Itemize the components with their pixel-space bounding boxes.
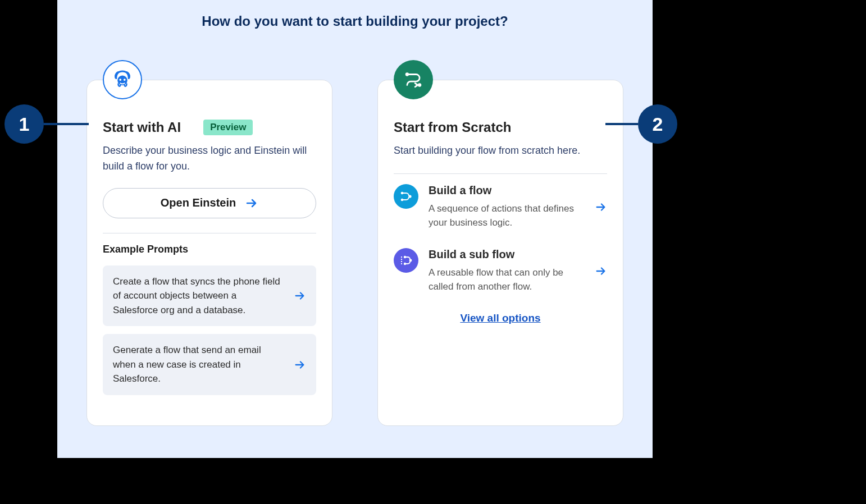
einstein-icon [103, 60, 142, 99]
cards-row: Start with AI Preview Describe your busi… [80, 80, 630, 426]
option-title: Build a sub flow [429, 248, 585, 261]
divider [394, 173, 607, 174]
example-prompt-item[interactable]: Create a flow that syncs the phone field… [103, 265, 316, 327]
project-start-panel: How do you want to start building your p… [57, 0, 653, 458]
svg-point-6 [401, 199, 404, 201]
svg-point-1 [119, 79, 121, 81]
start-from-scratch-card: Start from Scratch Start building your f… [377, 80, 623, 426]
divider [103, 233, 316, 233]
view-all-options-link[interactable]: View all options [394, 312, 607, 324]
scratch-card-description: Start building your flow from scratch he… [394, 143, 607, 159]
svg-point-10 [409, 259, 412, 262]
page-title: How do you want to start building your p… [80, 13, 630, 29]
option-title: Build a flow [429, 184, 585, 197]
ai-card-description: Describe your business logic and Einstei… [103, 143, 316, 175]
ai-card-title: Start with AI [103, 120, 181, 135]
arrow-right-icon [245, 196, 258, 210]
open-einstein-label: Open Einstein [161, 196, 236, 209]
option-body: Build a flow A sequence of actions that … [429, 184, 585, 230]
option-description: A reusable flow that can only be called … [429, 265, 585, 294]
svg-point-5 [401, 192, 404, 195]
arrow-right-icon [294, 359, 306, 371]
option-body: Build a sub flow A reusable flow that ca… [429, 248, 585, 294]
arrow-right-icon [595, 201, 607, 213]
arrow-right-icon [294, 290, 306, 302]
example-prompts-header: Example Prompts [103, 244, 316, 255]
option-description: A sequence of actions that defines your … [429, 201, 585, 230]
build-subflow-option[interactable]: Build a sub flow A reusable flow that ca… [394, 248, 607, 294]
annotation-line-2 [605, 123, 638, 125]
open-einstein-button[interactable]: Open Einstein [103, 188, 316, 218]
example-prompt-item[interactable]: Generate a flow that send an email when … [103, 334, 316, 395]
scratch-card-header: Start from Scratch [394, 120, 607, 135]
path-icon [394, 60, 433, 99]
ai-card-header: Start with AI Preview [103, 120, 316, 135]
annotation-number-2: 2 [638, 104, 677, 144]
subflow-icon [394, 248, 418, 273]
example-prompt-text: Generate a flow that send an email when … [113, 343, 284, 386]
annotation-line-1 [44, 123, 89, 125]
annotation-callout-2: 2 [605, 104, 677, 144]
flow-icon [394, 184, 418, 209]
start-with-ai-card: Start with AI Preview Describe your busi… [86, 80, 332, 426]
arrow-right-icon [595, 265, 607, 277]
svg-point-2 [124, 79, 126, 81]
annotation-number-1: 1 [4, 104, 44, 144]
svg-point-8 [404, 256, 406, 258]
scratch-card-title: Start from Scratch [394, 120, 511, 135]
example-prompt-text: Create a flow that syncs the phone field… [113, 274, 284, 318]
annotation-callout-1: 1 [4, 104, 89, 144]
build-flow-option[interactable]: Build a flow A sequence of actions that … [394, 184, 607, 230]
preview-badge: Preview [203, 120, 253, 135]
svg-point-9 [404, 263, 406, 265]
